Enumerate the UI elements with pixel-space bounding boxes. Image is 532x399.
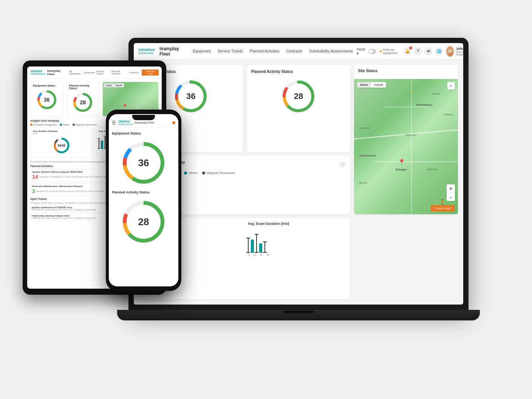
- tablet-others-dot: [60, 124, 62, 126]
- legend-mr: Magnetic Resonance: [202, 171, 235, 175]
- tablet-logo-area: SIEMENSHealthineers: [30, 70, 45, 75]
- phone-notification-dot[interactable]: [172, 121, 175, 124]
- others-dot: [184, 172, 187, 175]
- zoom-in-btn[interactable]: +: [447, 184, 455, 193]
- planned-activity-count: 28: [294, 91, 303, 101]
- tablet-equipment-card: Equipment Status 36: [30, 82, 63, 116]
- tablet-exams-donut-wrap: 8938: [33, 136, 90, 155]
- healthineers-logo-text: Healthineers: [138, 52, 155, 54]
- tablet-legend-ct: Computed Tomography: [30, 124, 57, 126]
- tablet-planned-count: 28: [80, 99, 86, 105]
- tablet-bar-line-2: [105, 136, 105, 149]
- map-satellit-btn[interactable]: Satellit: [371, 82, 386, 88]
- mail-icon[interactable]: ✉: [424, 47, 433, 56]
- dashboard-grid: Equipment Status 36: [134, 60, 463, 305]
- phone-logo-area: SIEMENSHealthineers ♥: [118, 120, 133, 125]
- my-equipment-toggle[interactable]: [368, 49, 376, 54]
- app-title: teamplay Fleet: [159, 46, 179, 57]
- location-pin: 📍: [398, 159, 405, 166]
- siemens-logo-text: SIEMENS: [138, 48, 155, 52]
- tablet-nav-contracts[interactable]: Contracts: [129, 71, 139, 74]
- feed-help-button[interactable]: ? Feed Help?: [431, 205, 455, 212]
- tablet-pa-item1-count: 14: [32, 174, 38, 180]
- phone-logo: SIEMENSHealthineers ♥: [118, 120, 133, 125]
- bar-line-2: [256, 234, 257, 253]
- phone-content: Equipment Status 36 Planned Activity Sta…: [109, 128, 178, 252]
- star-icon: ★: [379, 49, 382, 53]
- zoom-out-btn[interactable]: -: [447, 193, 455, 201]
- tablet-equipment-title: Equipment Status: [33, 84, 61, 87]
- phone-app-title: teamplay Fleet: [135, 121, 154, 124]
- nav-planned-activities[interactable]: Planned Activities: [247, 48, 282, 55]
- nav-equipment[interactable]: Equipment: [190, 48, 214, 55]
- map-controls: Karte Satellit: [357, 82, 386, 88]
- user-org: Siemens Healthineers: [456, 51, 463, 56]
- user-name: John Doe: [456, 47, 463, 51]
- planned-activity-title: Planned Activity Status: [251, 70, 346, 74]
- tablet-planned-donut-wrap: 28: [69, 91, 97, 114]
- phone-planned-donut-wrap: 28: [112, 197, 175, 246]
- chart-y-labels: 0102030: [248, 254, 347, 256]
- mr-dot: [202, 172, 205, 175]
- phone-planned-title: Planned Activity Status: [112, 190, 175, 194]
- phone: ☰ SIEMENSHealthineers ♥ teamplay Fleet E…: [106, 110, 181, 291]
- nav-contracts[interactable]: Contracts: [283, 48, 306, 55]
- globe-icon[interactable]: 🌐: [435, 47, 443, 56]
- phone-planned-section: Planned Activity Status 28: [112, 190, 175, 246]
- tablet-equipment-count: 36: [44, 97, 50, 103]
- map-expand-btn[interactable]: ⤢: [447, 82, 455, 90]
- phone-menu-icon[interactable]: ☰: [112, 120, 116, 125]
- avg-duration-title: Avg. Exam Duration (min): [248, 222, 347, 226]
- laptop-base: [117, 310, 480, 320]
- tablet-karte-btn[interactable]: Karte: [104, 84, 113, 87]
- site-status-card: Site Status Karte Satellit ⤢: [354, 65, 458, 214]
- tablet-mr-dot: [73, 124, 75, 126]
- tablet-header: SIEMENSHealthineers teamplay Fleet My Da…: [27, 66, 162, 79]
- phone-equipment-donut-wrap: 36: [112, 138, 175, 187]
- tablet-exams-value: 8938: [58, 144, 65, 147]
- laptop-header: SIEMENS Healthineers teamplay Fleet Equi…: [134, 43, 463, 60]
- tablet-nav-service[interactable]: Service Tickets: [96, 70, 110, 75]
- tablet-app-title: teamplay Fleet: [47, 69, 67, 76]
- tablet-planned-title: Planned Activity Status: [69, 84, 97, 90]
- user-area: JD John Doe Siemens Healthineers: [446, 46, 463, 57]
- planned-activity-card: Planned Activity Status 28: [247, 65, 351, 152]
- icon-group: 🔔2 ? ✉ 🌐: [403, 47, 443, 56]
- bar-group-1: [248, 238, 249, 253]
- tablet-planned-card: Planned Activity Status 28: [66, 82, 100, 116]
- tablet-equipment-donut-wrap: 36: [33, 88, 61, 111]
- nav-more[interactable]: more ▾: [357, 47, 365, 56]
- user-avatar: JD: [446, 46, 454, 57]
- site-status-title: Site Status: [354, 65, 458, 75]
- nav-vulnerability[interactable]: Vulnerability Assessments: [306, 48, 356, 55]
- tablet-nav-my-dashboard[interactable]: My Dashboard: [69, 70, 82, 75]
- bar-line-1: [248, 238, 249, 253]
- tablet-map-controls: Karte Satellit: [104, 84, 124, 87]
- tablet-pin: 📍: [122, 104, 128, 109]
- duration-bar-chart: [248, 230, 347, 253]
- tablet-bar-line-1: [99, 138, 99, 149]
- phone-notch: [132, 115, 155, 120]
- insights-info-btn[interactable]: i: [340, 161, 346, 167]
- tablet-nav-planned[interactable]: Planned Activities: [111, 70, 127, 75]
- phone-equipment-count: 36: [138, 157, 149, 169]
- tablet-nav-equipment[interactable]: Equipment: [84, 71, 95, 74]
- map-area: Karte Satellit ⤢ Heroldsbach Hausen Pinz…: [354, 79, 458, 214]
- tablet-legend-mr: Magnetic Resonance: [73, 124, 97, 126]
- tablet-nav: My Dashboard Equipment Service Tickets P…: [69, 70, 159, 76]
- user-info: John Doe Siemens Healthineers: [456, 47, 463, 56]
- notifications-icon[interactable]: 🔔2: [403, 47, 411, 56]
- legend-others: Others: [184, 171, 198, 175]
- tablet-exams-unit: p.m.: [33, 132, 90, 135]
- tablet-pa-item2-count: 3: [32, 188, 35, 194]
- tablet-avg-exams-card: Avg. Number of Exams p.m. 8938: [30, 127, 93, 158]
- header-right: ★ Only my equipment 🔔2 ? ✉ 🌐 JD: [368, 46, 463, 57]
- tablet-create-btn[interactable]: Create new ticket: [142, 70, 159, 76]
- help-icon[interactable]: ?: [414, 47, 422, 56]
- main-content: Equipment Status 36: [134, 60, 463, 305]
- laptop-logo: SIEMENS Healthineers: [138, 48, 155, 54]
- planned-activity-donut-wrap: 28: [251, 77, 346, 115]
- tablet-satellit-btn[interactable]: Satellit: [113, 84, 124, 87]
- map-karte-btn[interactable]: Karte: [357, 82, 371, 88]
- nav-service-tickets[interactable]: Service Tickets: [215, 48, 246, 55]
